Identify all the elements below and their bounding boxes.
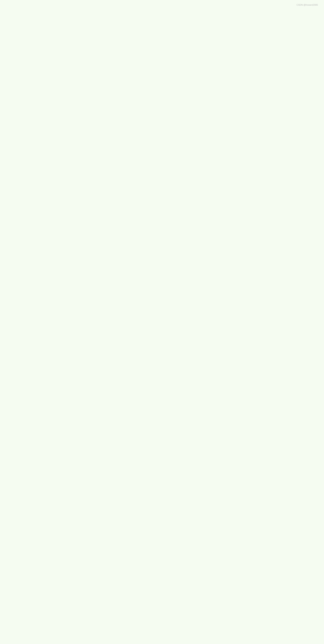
watermark: CSDN @howard2005 — [296, 4, 318, 6]
